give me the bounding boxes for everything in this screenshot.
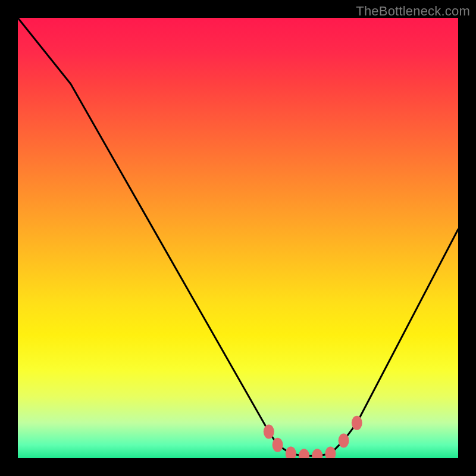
- bottleneck-curve-line: [18, 18, 458, 456]
- marker-dot: [312, 449, 322, 458]
- marker-dot: [299, 449, 309, 458]
- chart-svg: [18, 18, 458, 458]
- marker-dot: [286, 447, 296, 458]
- marker-dot: [264, 425, 274, 439]
- chart-frame: TheBottleneck.com: [0, 0, 476, 476]
- marker-group: [264, 416, 362, 458]
- chart-plot-area: [18, 18, 458, 458]
- marker-dot: [273, 438, 283, 452]
- marker-dot: [352, 416, 362, 430]
- marker-dot: [325, 447, 336, 458]
- watermark-text: TheBottleneck.com: [356, 4, 470, 19]
- marker-dot: [339, 433, 349, 447]
